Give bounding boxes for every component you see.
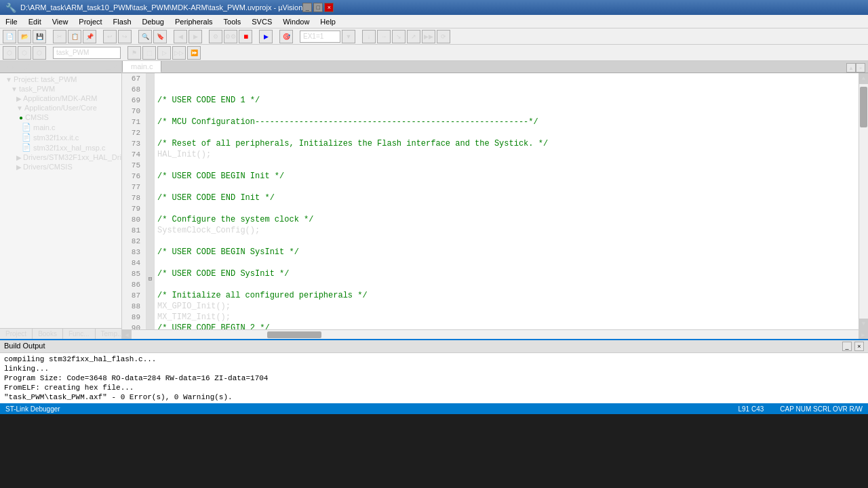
code-line-88[interactable]: MX_GPIO_Init(); — [157, 301, 856, 312]
target-name-dropdown[interactable]: task_PWM — [53, 47, 121, 59]
build-close-btn[interactable]: × — [854, 342, 864, 351]
code-line-86[interactable] — [157, 279, 856, 290]
step-over[interactable]: → — [377, 30, 391, 43]
tree-app-user[interactable]: ▼ Application/User/Core — [0, 103, 121, 113]
h-scroll-left[interactable]: ◀ — [122, 330, 132, 339]
code-line-80[interactable]: /* Configure the system clock */ — [157, 214, 856, 225]
build-button[interactable]: ⚙ — [209, 30, 222, 43]
menu-item-help[interactable]: Help — [315, 16, 341, 27]
maximize-button[interactable]: □ — [313, 3, 323, 12]
menu-item-peripherals[interactable]: Peripherals — [170, 16, 218, 27]
tree-task-pwm[interactable]: ▼ task_PWM — [0, 84, 121, 94]
undo-button[interactable]: ↩ — [103, 30, 117, 43]
menu-item-view[interactable]: View — [47, 16, 74, 27]
code-line-71[interactable]: /* MCU Configuration--------------------… — [157, 117, 856, 127]
code-line-68[interactable] — [157, 84, 856, 95]
code-line-87[interactable]: /* Initialize all configured peripherals… — [157, 290, 856, 301]
tb2-btn3[interactable]: ⬡ — [33, 46, 46, 60]
target-options-button[interactable]: 🎯 — [279, 30, 293, 43]
run-button2[interactable]: ▶▶ — [422, 30, 435, 43]
tb2-debug5[interactable]: ⏩ — [187, 46, 201, 60]
code-line-85[interactable]: /* USER CODE END SysInit */ — [157, 268, 856, 279]
horizontal-scrollbar[interactable]: ◀ ▶ — [122, 329, 868, 339]
menu-item-svcs[interactable]: SVCS — [246, 16, 277, 27]
code-line-82[interactable] — [157, 236, 856, 247]
tb2-debug4[interactable]: ▷▷ — [172, 46, 186, 60]
code-line-84[interactable] — [157, 258, 856, 268]
menu-item-project[interactable]: Project — [73, 16, 107, 27]
code-line-74[interactable]: HAL_Init(); — [157, 149, 856, 160]
menu-item-window[interactable]: Window — [277, 16, 315, 27]
code-line-81[interactable]: SystemClock_Config(); — [157, 225, 856, 236]
target-dropdown-arrow[interactable]: ▼ — [342, 30, 355, 43]
debug-button[interactable]: ▶ — [259, 30, 273, 43]
cut-button[interactable]: ✂ — [53, 30, 66, 43]
bookmark-button[interactable]: 🔖 — [153, 30, 167, 43]
tb2-debug1[interactable]: ⚑ — [127, 46, 141, 60]
forward-button[interactable]: ▶ — [189, 30, 202, 43]
code-editor[interactable]: 6768697071727374757677787980818283848586… — [122, 73, 868, 329]
tb2-btn1[interactable]: ⬡ — [3, 46, 16, 60]
code-content[interactable]: /* USER CODE END 1 */ /* MCU Configurati… — [155, 73, 859, 329]
fold-97[interactable]: ⊟ — [146, 275, 154, 283]
tb2-debug3[interactable]: ▷ — [157, 46, 171, 60]
tab-main-c[interactable]: main.c — [122, 61, 161, 73]
menu-item-flash[interactable]: Flash — [108, 16, 137, 27]
menu-item-debug[interactable]: Debug — [137, 16, 170, 27]
close-button[interactable]: × — [324, 3, 334, 12]
menu-item-tools[interactable]: Tools — [218, 16, 247, 27]
find-button[interactable]: 🔍 — [138, 30, 152, 43]
proj-tab-Func[interactable]: Func... — [63, 329, 96, 339]
new-button[interactable]: 📄 — [3, 30, 16, 43]
tree-app-mdk[interactable]: ▶ Application/MDK-ARM — [0, 94, 121, 103]
copy-button[interactable]: 📋 — [68, 30, 81, 43]
rebuild-button[interactable]: ⚙⚙ — [224, 30, 237, 43]
code-line-76[interactable]: /* USER CODE BEGIN Init */ — [157, 171, 856, 182]
code-line-78[interactable]: /* USER CODE END Init */ — [157, 192, 856, 203]
code-line-83[interactable]: /* USER CODE BEGIN SysInit */ — [157, 247, 856, 258]
tab-pin-btn[interactable]: ▲ — [846, 63, 856, 73]
menu-item-file[interactable]: File — [0, 16, 23, 27]
code-line-67[interactable] — [157, 73, 856, 84]
paste-button[interactable]: 📌 — [83, 30, 96, 43]
vertical-scrollbar[interactable]: ▲ ▼ — [859, 73, 868, 329]
tb2-btn2[interactable]: ⬡ — [18, 46, 31, 60]
code-line-77[interactable] — [157, 182, 856, 192]
redo-button[interactable]: ↪ — [118, 30, 132, 43]
build-minimize-btn[interactable]: _ — [842, 342, 852, 351]
tree-stm32-it[interactable]: 📄 stm32f1xx.it.c — [0, 132, 121, 142]
reset-button[interactable]: ⟳ — [437, 30, 450, 43]
tree-stm32-msp[interactable]: 📄 stm32f1xx_hal_msp.c — [0, 142, 121, 152]
menu-item-edit[interactable]: Edit — [23, 16, 47, 27]
fold-104 — [146, 323, 154, 329]
step-into[interactable]: ↘ — [392, 30, 406, 43]
tree-drivers-cmsis[interactable]: ▶ Drivers/CMSIS — [0, 162, 121, 171]
minimize-button[interactable]: _ — [302, 3, 312, 12]
status-debugger: ST-Link Debugger — [5, 405, 60, 413]
code-line-75[interactable] — [157, 160, 856, 171]
code-line-70[interactable] — [157, 106, 856, 117]
code-line-73[interactable]: /* Reset of all peripherals, Initializes… — [157, 138, 856, 149]
step-out[interactable]: ↗ — [407, 30, 420, 43]
proj-tab-Project[interactable]: Project — [0, 329, 33, 339]
save-button[interactable]: 💾 — [33, 30, 46, 43]
tree-main-c[interactable]: 📄 main.c — [0, 122, 121, 132]
tree-item-label: stm32f1xx_hal_msp.c — [33, 144, 105, 152]
tree-project-root[interactable]: ▼ Project: task_PWM — [0, 75, 121, 84]
open-button[interactable]: 📂 — [18, 30, 31, 43]
tab-close-btn[interactable]: × — [856, 63, 865, 73]
tb2-debug2[interactable]: ⬚ — [142, 46, 156, 60]
build-output-line: compiling stm32f1xx_hal_flash.c... — [4, 354, 864, 364]
code-line-79[interactable] — [157, 203, 856, 214]
back-button[interactable]: ◀ — [174, 30, 187, 43]
code-line-90[interactable]: /* USER CODE BEGIN 2 */ — [157, 323, 856, 329]
tree-drivers-hal[interactable]: ▶ Drivers/STM32F1xx_HAL_Driv... — [0, 152, 121, 162]
proj-tab-Books[interactable]: Books — [33, 329, 63, 339]
code-line-69[interactable]: /* USER CODE END 1 */ — [157, 95, 856, 106]
h-scroll-right[interactable]: ▶ — [859, 330, 868, 339]
run-to-cursor[interactable]: ↓ — [362, 30, 376, 43]
stop-button[interactable]: ⏹ — [239, 30, 252, 43]
target-dropdown[interactable]: EX1=1 — [300, 30, 340, 43]
code-line-72[interactable] — [157, 127, 856, 138]
code-line-89[interactable]: MX_TIM2_Init(); — [157, 312, 856, 323]
